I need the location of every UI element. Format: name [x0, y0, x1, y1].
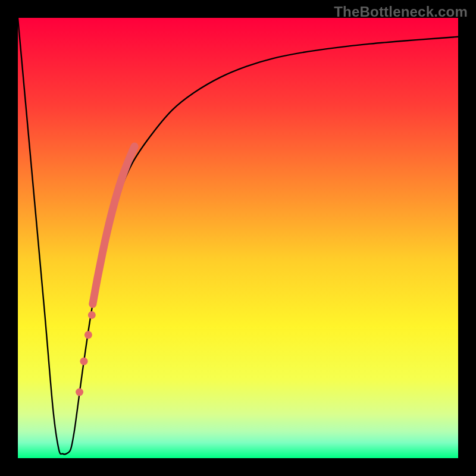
chart-frame: TheBottleneck.com: [0, 0, 476, 476]
marker-dot: [76, 389, 83, 396]
marker-dot: [88, 311, 96, 319]
watermark-text: TheBottleneck.com: [334, 4, 468, 20]
marker-dot: [80, 358, 88, 365]
chart-svg: [0, 0, 476, 476]
plot-area: [18, 18, 458, 458]
marker-dot: [84, 331, 92, 339]
